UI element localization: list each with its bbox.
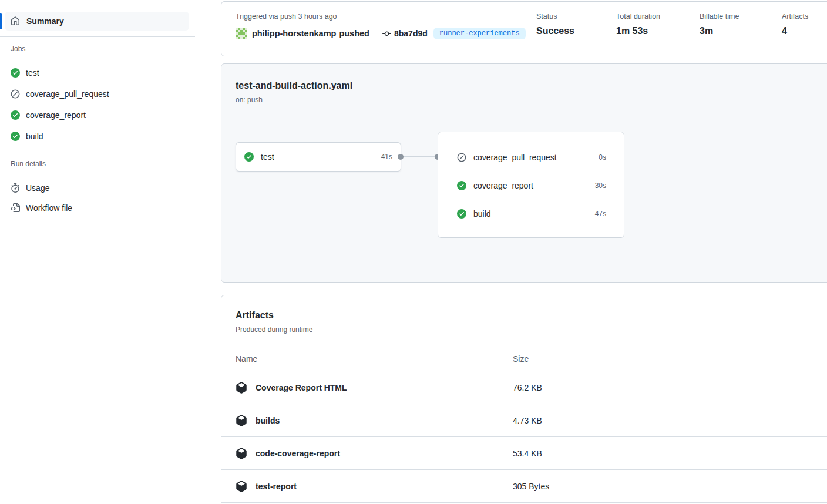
graph-node-duration: 41s [381,153,392,161]
graph-node-duration: 30s [595,182,606,190]
skip-circle-icon [457,153,466,162]
stat-label: Billable time [700,12,739,21]
artifact-row: builds 4.73 KB [221,404,827,437]
sidebar-job-coverage-report[interactable]: coverage_report [11,109,86,121]
artifact-row: code-coverage-report 53.4 KB [221,437,827,470]
artifacts-table: Coverage Report HTML 76.2 KB builds 4.73… [221,371,827,503]
check-circle-icon [11,110,20,120]
graph-connector-dot [398,154,404,160]
stat-status: Status Success [536,12,574,36]
sidebar-item-summary[interactable]: Summary [5,12,189,31]
sidebar-job-label: build [26,132,43,141]
sidebar-job-label: test [26,68,39,78]
stat-total-duration: Total duration 1m 53s [616,12,660,36]
artifact-row: Coverage Report HTML 76.2 KB [221,371,827,404]
workflow-trigger: on: push [236,96,263,104]
graph-node-coverage-report[interactable]: coverage_report 30s [457,172,606,200]
stat-label: Status [536,12,574,21]
sidebar-summary-label: Summary [26,16,64,26]
graph-node-test[interactable]: test 41s [236,142,401,172]
home-icon [11,16,20,26]
graph-node-label: coverage_pull_request [473,153,557,162]
run-details-section-label: Run details [11,160,46,168]
artifact-size: 4.73 KB [513,416,542,425]
graph-node-coverage-pull-request[interactable]: coverage_pull_request 0s [457,143,606,172]
triggered-text: Triggered via push 3 hours ago [236,12,337,21]
workflow-file-name: test-and-build-action.yaml [236,80,352,91]
commit-link[interactable]: 8ba7d9d [382,29,428,38]
run-header-card: Triggered via push 3 hours ago philipp-h… [221,1,827,56]
sidebar-divider [0,36,195,37]
package-icon [236,481,247,492]
sidebar-usage-label: Usage [26,183,49,193]
stat-billable-time: Billable time 3m [700,12,739,36]
check-circle-icon [11,68,20,78]
sidebar-content-divider [218,0,218,504]
sidebar-divider [0,152,195,152]
stat-value: Success [536,26,574,36]
graph-node-label: coverage_report [473,181,533,190]
commit-sha: 8ba7d9d [394,29,428,38]
stat-artifacts: Artifacts 4 [782,12,808,36]
column-header-size: Size [513,354,529,364]
file-code-icon [11,203,20,213]
sidebar-item-workflow-file[interactable]: Workflow file [11,202,72,214]
graph-node-duration: 0s [599,153,606,162]
graph-connector-line [401,156,438,157]
workflow-graph-card: test-and-build-action.yaml on: push test… [221,63,827,283]
graph-node-label: test [261,152,274,162]
artifact-name-link[interactable]: code-coverage-report [256,449,340,458]
stat-value: 1m 53s [616,26,660,36]
artifact-row: test-report 305 Bytes [221,470,827,503]
sidebar-job-label: coverage_report [26,110,86,120]
artifact-name-link[interactable]: test-report [256,482,297,491]
stopwatch-icon [11,183,20,193]
sidebar-job-build[interactable]: build [11,130,43,142]
stat-label: Total duration [616,12,660,21]
workflow-run-summary-page: Summary Jobs test coverage_pull_request … [0,0,827,504]
skip-circle-icon [11,89,20,99]
graph-dependent-jobs-group: coverage_pull_request 0s coverage_report… [438,132,624,238]
sidebar-workflow-file-label: Workflow file [26,203,72,213]
check-circle-icon [244,152,254,162]
artifacts-title: Artifacts [236,310,274,321]
graph-node-build[interactable]: build 47s [457,200,606,228]
graph-node-duration: 47s [595,210,606,218]
graph-node-label: build [473,209,491,219]
git-commit-icon [382,29,391,38]
sidebar-job-label: coverage_pull_request [26,89,109,99]
actor-name[interactable]: philipp-horstenkamp [252,29,336,38]
artifact-size: 76.2 KB [513,383,542,392]
check-circle-icon [457,209,466,219]
sidebar-job-test[interactable]: test [11,67,39,79]
artifact-name-link[interactable]: builds [256,416,280,425]
branch-badge[interactable]: runner-experiements [433,28,526,39]
sidebar-job-coverage-pull-request[interactable]: coverage_pull_request [11,88,109,100]
stat-value: 4 [782,26,808,36]
actor-row: philipp-horstenkamp pushed 8ba7d9d runne… [236,28,526,39]
package-icon [236,382,247,394]
artifact-size: 305 Bytes [513,482,549,491]
artifacts-subtitle: Produced during runtime [236,325,312,334]
column-header-name: Name [236,354,257,364]
jobs-section-label: Jobs [11,45,25,53]
identicon [236,28,247,39]
package-icon [236,415,247,426]
actor-action: pushed [339,29,369,38]
stat-value: 3m [700,26,739,36]
stat-label: Artifacts [782,12,808,21]
sidebar-item-usage[interactable]: Usage [11,182,49,194]
artifacts-table-header: Name Size [221,347,827,371]
selected-item-accent-bar [0,13,2,29]
artifacts-card: Artifacts Produced during runtime Name S… [221,295,827,504]
artifact-name-link[interactable]: Coverage Report HTML [256,383,347,392]
avatar[interactable] [236,28,247,39]
package-icon [236,448,247,459]
check-circle-icon [457,181,466,190]
artifact-size: 53.4 KB [513,449,542,458]
check-circle-icon [11,132,20,141]
